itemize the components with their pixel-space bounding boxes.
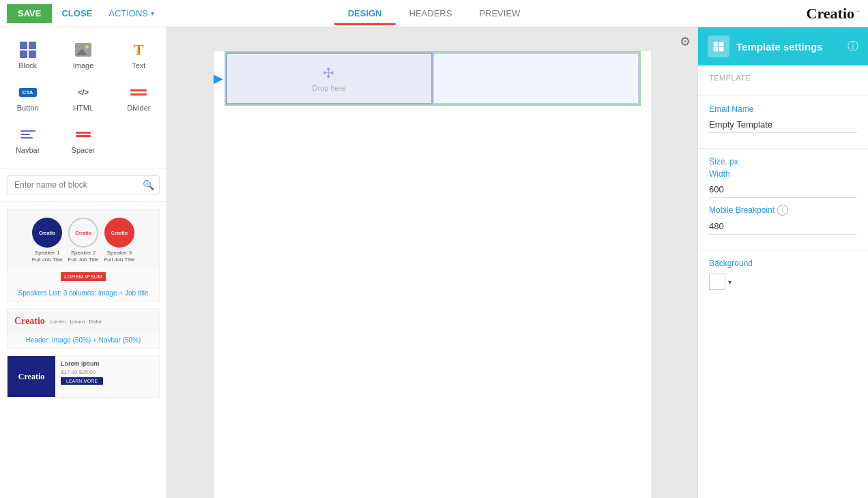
sidebar-item-block[interactable]: Block (0, 34, 55, 76)
svg-rect-1 (719, 42, 724, 46)
navbar-label: Navbar (16, 146, 40, 154)
divider-icon (128, 83, 149, 101)
lorem-badge: LOREM IPSUM (61, 272, 106, 281)
color-picker-row: ▾ (709, 274, 857, 290)
template-section: Template (698, 65, 868, 96)
mobile-breakpoint-input[interactable] (709, 218, 857, 235)
product-info: Lorem ipsum $17.00 $25.00 LEARN MORE (55, 356, 159, 397)
search-input-wrap: 🔍 (7, 175, 160, 194)
drop-cell-right[interactable] (433, 53, 639, 104)
move-icon: ✣ (323, 65, 334, 81)
color-picker-box[interactable] (709, 274, 725, 290)
sidebar-item-text[interactable]: T Text (111, 34, 167, 76)
save-button[interactable]: SAVE (7, 4, 52, 23)
panel-header-title: Template settings (736, 41, 841, 53)
settings-gear-icon[interactable]: ⚙ (680, 34, 691, 49)
image-label: Image (73, 61, 94, 70)
search-icon: 🔍 (143, 179, 154, 190)
header-logo: Creatio (14, 316, 45, 327)
svg-rect-3 (719, 47, 724, 52)
product-title: Lorem ipsum (61, 360, 154, 367)
spacer-label: Spacer (72, 146, 96, 154)
avatar-1: Creatio (32, 218, 62, 248)
width-label: Width (709, 169, 857, 179)
email-name-value: Empty Template (709, 117, 857, 133)
component-grid: Block Image T Text CTA Bu (0, 27, 167, 169)
arrow-indicator-icon: ▶ (214, 71, 223, 86)
tab-headers[interactable]: HEADERS (396, 1, 466, 25)
product-price: $17.00 $25.00 (61, 369, 154, 375)
actions-button[interactable]: ACTIONS (102, 4, 161, 23)
template-card-product[interactable]: Creatio Lorem ipsum $17.00 $25.00 LEARN … (7, 355, 160, 398)
left-sidebar: Block Image T Text CTA Bu (0, 27, 167, 498)
background-section: Background ▾ (698, 250, 868, 298)
app-logo: Creatio→ (807, 5, 861, 23)
size-section: Size, px Width Mobile Breakpoint i (698, 149, 868, 250)
main-content: Block Image T Text CTA Bu (0, 27, 868, 498)
navbar-preview: Lorem Ipsum Dolor (50, 319, 102, 325)
mobile-breakpoint-label: Mobile Breakpoint i (709, 205, 857, 216)
speaker-2: Creatio Speaker 2Full Job Title (68, 218, 99, 263)
tab-design[interactable]: DESIGN (334, 1, 396, 25)
block-label: Block (18, 61, 37, 70)
product-preview: Creatio Lorem ipsum $17.00 $25.00 LEARN … (8, 356, 159, 397)
button-icon: CTA (18, 83, 38, 101)
avatar-3: Creatio (104, 218, 134, 248)
email-canvas: ▶ ✣ Drop here (214, 51, 651, 498)
sidebar-item-image[interactable]: Image (55, 34, 111, 76)
mobile-info-icon[interactable]: i (777, 205, 788, 216)
sidebar-item-button[interactable]: CTA Button (0, 76, 55, 119)
template-cards: Creatio Speaker 1Full Job Title Creatio … (0, 202, 167, 411)
speakers-preview: Creatio Speaker 1Full Job Title Creatio … (8, 209, 159, 267)
header-navbar-preview: Creatio Lorem Ipsum Dolor (8, 309, 159, 334)
product-btn: LEARN MORE (61, 377, 103, 385)
toolbar-tabs: DESIGN HEADERS PREVIEW (334, 1, 534, 25)
sidebar-item-spacer[interactable]: Spacer (55, 119, 111, 161)
background-label: Background (709, 259, 857, 268)
divider-label: Divider (127, 104, 150, 112)
button-label: Button (17, 104, 39, 112)
drop-here-area: ✣ Drop here (313, 65, 346, 92)
template-card-speakers[interactable]: Creatio Speaker 1Full Job Title Creatio … (7, 209, 160, 302)
product-logo-area: Creatio (8, 356, 55, 397)
html-label: HTML (73, 104, 93, 112)
product-logo: Creatio (18, 372, 44, 382)
sidebar-item-navbar[interactable]: Navbar (0, 119, 55, 161)
color-picker-arrow-icon[interactable]: ▾ (728, 278, 732, 286)
canvas-area: ⚙ ▶ ✣ Drop here (167, 27, 697, 498)
tab-preview[interactable]: PREVIEW (465, 1, 534, 25)
text-icon: T (128, 41, 149, 59)
speakers-card-label: Speakers List: 3 columns: Image + Job ti… (8, 287, 159, 301)
sidebar-item-divider[interactable]: Divider (111, 76, 167, 119)
sidebar-item-html[interactable]: </> HTML (55, 76, 111, 119)
panel-header: Template settings ⓘ (698, 27, 868, 65)
template-section-title: Template (709, 74, 857, 82)
close-button[interactable]: CLOSE (52, 4, 102, 23)
navbar-icon (18, 126, 38, 143)
email-name-label: Email Name (709, 104, 857, 114)
panel-info-icon[interactable]: ⓘ (848, 40, 858, 54)
speaker-1: Creatio Speaker 1Full Job Title (32, 218, 63, 263)
image-icon (73, 41, 93, 59)
block-icon (18, 41, 38, 59)
template-settings-icon (708, 35, 729, 57)
svg-rect-0 (714, 42, 719, 46)
width-input[interactable] (709, 181, 857, 198)
drop-text: Drop here (313, 84, 346, 92)
toolbar: SAVE CLOSE ACTIONS DESIGN HEADERS PREVIE… (0, 0, 868, 27)
search-box: 🔍 (0, 169, 167, 202)
spacer-icon (73, 126, 93, 143)
email-name-section: Email Name Empty Template (698, 96, 868, 149)
svg-rect-2 (714, 47, 719, 52)
speaker-3: Creatio Speaker 3Full Job Title (104, 218, 134, 263)
search-input[interactable] (7, 175, 160, 194)
text-label: Text (132, 61, 145, 70)
html-icon: </> (73, 83, 93, 101)
size-label: Size, px (709, 157, 857, 166)
avatar-2: Creatio (68, 218, 98, 248)
header-navbar-label: Header: Image (50%) + Navbar (50%) (8, 334, 159, 348)
drop-zone[interactable]: ▶ ✣ Drop here (225, 51, 641, 106)
template-card-header-navbar[interactable]: Creatio Lorem Ipsum Dolor Header: Image … (7, 308, 160, 349)
right-panel: Template settings ⓘ Template Email Name … (697, 27, 868, 498)
drop-cell-left[interactable]: ✣ Drop here (226, 53, 433, 104)
